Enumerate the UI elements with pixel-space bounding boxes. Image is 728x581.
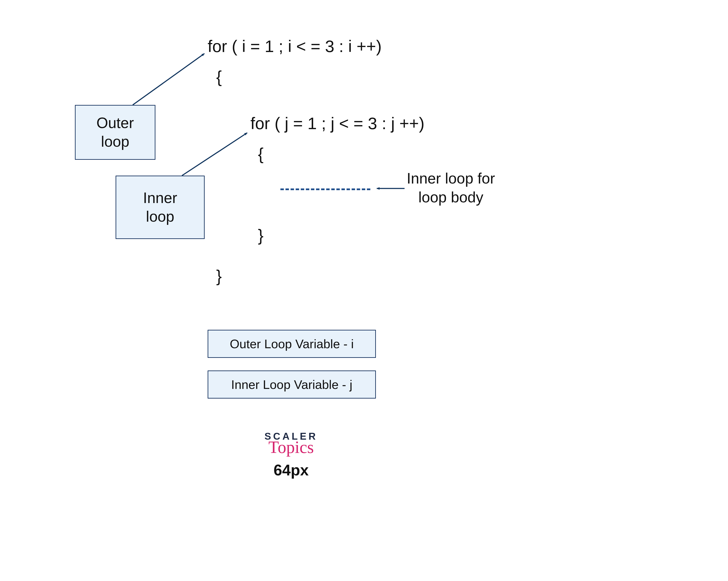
outer-loop-label-line1: Outer [96,114,134,132]
inner-loop-label-line2: loop [146,207,174,226]
outer-loop-label-line2: loop [101,132,129,151]
inner-body-annotation: Inner loop for loop body [407,169,495,207]
inner-for-line: for ( j = 1 ; j < = 3 : j ++) [251,113,424,134]
diagram-canvas: for ( i = 1 ; i < = 3 : i ++) { for ( j … [0,0,728,581]
brand-logo: SCALER Topics 64px [248,430,334,479]
outer-close-brace: } [216,268,222,284]
inner-body-annotation-line2: loop body [407,188,495,207]
arrow-inner-loop [182,133,247,176]
outer-open-brace: { [216,69,222,85]
arrow-outer-loop [133,53,204,105]
inner-close-brace: } [258,227,263,244]
legend-inner-var: Inner Loop Variable - j [208,371,376,399]
inner-open-brace: { [258,146,263,162]
outer-loop-label-box: Outer loop [75,105,155,160]
outer-for-line: for ( i = 1 ; i < = 3 : i ++) [208,36,382,56]
logo-bottom-text: Topics [248,439,334,455]
inner-loop-label-line1: Inner [143,189,177,207]
legend-outer-var: Outer Loop Variable - i [208,330,376,358]
arrows-overlay [0,0,728,581]
px-label: 64px [248,461,334,479]
inner-body-dashes [280,188,370,190]
inner-loop-label-box: Inner loop [115,176,205,239]
inner-body-annotation-line1: Inner loop for [407,169,495,188]
